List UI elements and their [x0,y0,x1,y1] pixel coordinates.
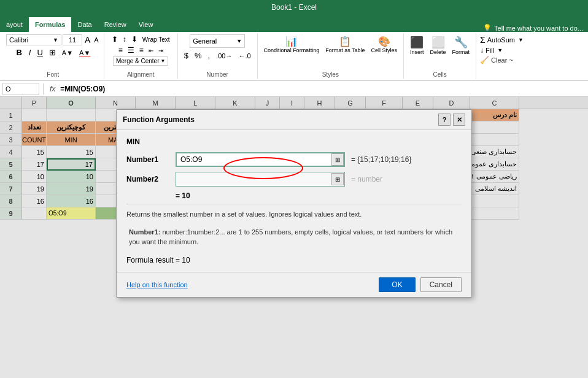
number1-range-btn[interactable]: ⊞ [331,153,344,166]
align-right-btn[interactable]: ≡ [137,45,145,55]
number2-result: = number [351,175,462,183]
cells-group-label: Cells [433,70,446,78]
font-color-btn[interactable]: A▼ [77,48,93,57]
number2-range-btn[interactable]: ⊞ [331,173,344,185]
number2-label: Number2 [126,175,176,183]
dialog-buttons: OK Cancel [379,277,462,292]
search-placeholder[interactable]: Tell me what you want to do... [494,25,583,32]
fill-btn[interactable]: ↓ Fill ▼ [479,45,525,55]
indent-decrease-btn[interactable]: ⇤ [147,47,155,55]
fill-chevron: ▼ [497,47,503,53]
align-mid-btn[interactable]: ↕ [121,34,128,44]
fill-icon: ↓ [480,46,484,55]
function-name: MIN [126,137,462,146]
font-name-chevron: ▼ [53,37,58,43]
function-arguments-dialog: Function Arguments ? ✕ MIN Number1 [116,109,472,298]
autosum-icon: Σ [480,35,485,45]
title-text: Book1 - Excel [271,3,317,12]
align-left-btn[interactable]: ≡ [117,45,125,55]
dialog-title-bar: Function Arguments ? ✕ [117,110,471,130]
indent-increase-btn[interactable]: ⇥ [157,47,165,55]
font-grow-btn[interactable]: A [83,35,91,45]
decimal-inc-btn[interactable]: .00→ [214,52,234,60]
editing-group: Σ AutoSum ▼ ↓ Fill ▼ 🧹 Clear ~ [476,33,527,79]
font-shrink-btn[interactable]: A [93,36,99,44]
number1-arg-row: Number1 ⊞ = {15;17;10;19;16} [126,152,462,167]
help-link[interactable]: Help on this function [126,281,188,288]
number-group: General ▼ $ % , .00→ ←.0 Number [178,33,258,79]
decimal-dec-btn[interactable]: ←.0 [236,52,253,60]
table-icon: 📋 [339,36,351,47]
align-row3: Merge & Center▼ [113,56,169,66]
clear-btn[interactable]: 🧹 Clear ~ [479,55,525,65]
font-name-selector[interactable]: Calibri ▼ [6,34,61,45]
align-center-btn[interactable]: ☰ [126,45,136,55]
insert-icon: ⬛ [410,36,424,49]
cells-row: ⬛ Insert ⬜ Delete 🔧 Format [408,34,472,56]
underline-btn[interactable]: U [34,47,45,58]
border-btn[interactable]: ⊞ [47,47,58,58]
dialog-footer: Help on this function OK Cancel [117,272,471,297]
number-row2: $ % , .00→ ←.0 [182,50,253,61]
bold-btn[interactable]: B [13,47,25,58]
tab-review[interactable]: Review [98,17,133,32]
insert-btn[interactable]: ⬛ Insert [408,34,427,56]
tab-formulas[interactable]: Formulas [29,17,72,32]
number1-input-wrap: ⊞ [176,152,345,167]
comma-btn[interactable]: , [205,50,212,61]
range2-icon: ⊞ [335,176,340,183]
font-row2: B I U ⊞ A▼ A▼ [13,47,93,58]
merge-center-btn[interactable]: Merge & Center▼ [113,56,169,66]
cell-reference-box[interactable]: O [2,83,39,95]
spreadsheet: P O N M L K J I H G F E D C 1 تعد [0,97,588,378]
range-icon: ⊞ [335,156,340,163]
ok-button[interactable]: OK [379,277,415,292]
format-icon: 🔧 [454,36,468,49]
title-bar: Book1 - Excel [0,0,588,15]
number2-input-wrap: ⊞ [176,172,345,187]
align-bottom-btn[interactable]: ⬇ [130,34,139,44]
align-row2: ≡ ☰ ≡ ⇤ ⇥ [117,45,165,55]
dialog-overlay: Function Arguments ? ✕ MIN Number1 [0,97,588,378]
number-format-selector[interactable]: General ▼ [190,34,245,48]
font-group: Calibri ▼ 11 A A B I U ⊞ A▼ A▼ Font [2,33,104,79]
cancel-button[interactable]: Cancel [420,277,462,292]
formula-content[interactable]: =MIN(O5:O9) [60,85,586,93]
tab-view[interactable]: View [133,17,160,32]
font-size-selector[interactable]: 11 [63,34,82,45]
format-as-table-btn[interactable]: 📋 Format as Table [323,34,367,55]
number1-label: Number1 [126,155,176,164]
dialog-close-btn[interactable]: ✕ [453,114,465,126]
format-btn[interactable]: 🔧 Format [450,34,473,56]
func-description: Returns the smallest number in a set of … [126,204,462,220]
alignment-group: ⬆ ↕ ⬇ Wrap Text ≡ ☰ ≡ ⇤ ⇥ Merge & Center… [104,33,178,79]
arg-description: Number1: number:1number:2... are 1 to 25… [126,225,462,250]
ribbon-content: Calibri ▼ 11 A A B I U ⊞ A▼ A▼ Font ⬆ ↕ … [0,32,588,81]
wrap-text-btn[interactable]: Wrap Text [141,36,172,44]
tab-layout[interactable]: ayout [0,17,29,32]
font-group-label: Font [47,70,59,78]
dialog-title: Function Arguments [123,115,195,124]
fx-label: fx [50,85,55,93]
autosum-btn[interactable]: Σ AutoSum ▼ [479,34,525,45]
currency-btn[interactable]: $ [182,50,191,61]
styles-row: 📊 Conditional Formatting 📋 Format as Tab… [261,34,400,55]
cells-group: ⬛ Insert ⬜ Delete 🔧 Format Cells [404,33,476,79]
fill-color-btn[interactable]: A▼ [60,48,75,57]
arg-desc-text: number:1number:2... are 1 to 255 numbers… [129,228,452,246]
align-top-btn[interactable]: ⬆ [110,34,120,44]
dialog-help-btn[interactable]: ? [438,114,451,126]
number2-input[interactable] [176,172,345,187]
style-icon: 🎨 [378,36,390,47]
italic-btn[interactable]: I [26,47,34,58]
tab-data[interactable]: Data [71,17,98,32]
conditional-formatting-btn[interactable]: 📊 Conditional Formatting [261,34,322,55]
formula-divider [43,83,44,94]
percent-btn[interactable]: % [192,50,204,61]
cell-styles-btn[interactable]: 🎨 Cell Styles [369,34,400,55]
styles-group: 📊 Conditional Formatting 📋 Format as Tab… [258,33,404,79]
delete-btn[interactable]: ⬜ Delete [428,34,449,56]
number-format-chevron: ▼ [236,38,242,44]
styles-group-label: Styles [322,70,339,78]
number1-input[interactable] [176,152,345,167]
